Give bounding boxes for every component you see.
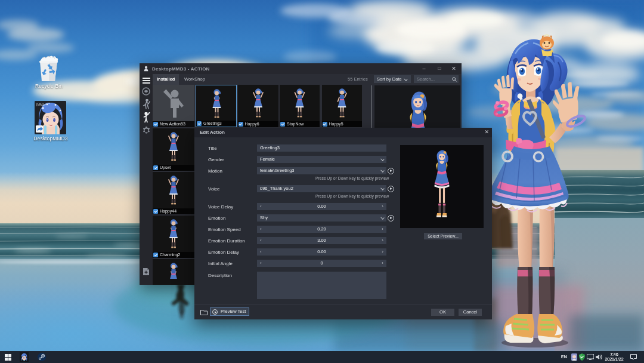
- svg-text:[MM]: [MM]: [36, 103, 44, 106]
